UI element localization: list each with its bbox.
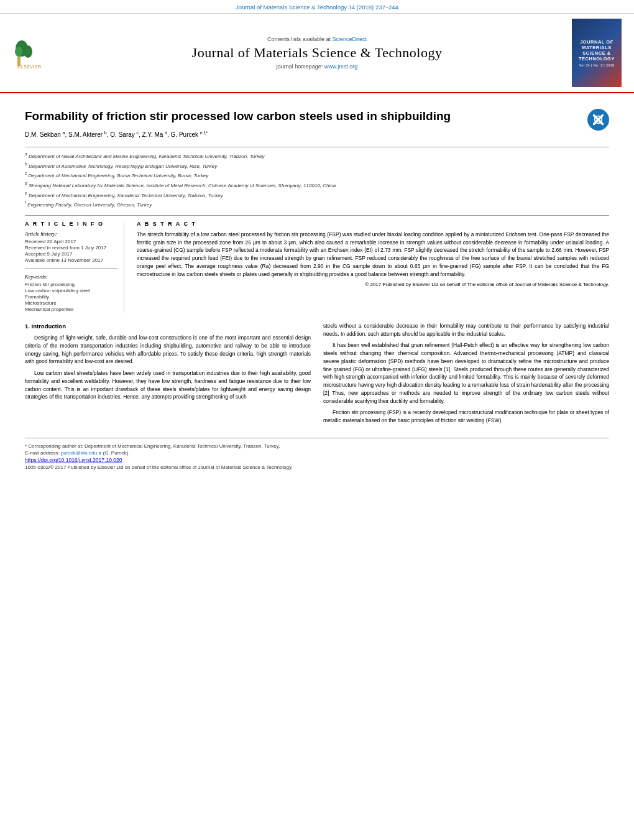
sciencedirect-link[interactable]: ScienceDirect: [333, 36, 367, 42]
info-divider: [25, 268, 117, 269]
crossmark-badge[interactable]: [587, 109, 609, 131]
footer: * Corresponding author at: Department of…: [25, 438, 609, 475]
article-info-column: A R T I C L E I N F O Article history: R…: [25, 221, 124, 313]
article-header: Formability of friction stir processed l…: [25, 103, 609, 147]
crossmark-icon[interactable]: [587, 109, 609, 131]
affiliations-block: a Department of Naval Architecture and M…: [25, 151, 609, 209]
affiliation-b: b Department of Automotive Technology, R…: [25, 161, 609, 170]
affiliation-d: d Shenyang National Laboratory for Mater…: [25, 180, 609, 190]
top-bar: Journal of Materials Science & Technolog…: [0, 0, 634, 14]
affiliation-e: e Department of Mechanical Engineering, …: [25, 190, 609, 200]
journal-cover-block: JOURNAL OFMATERIALSSCIENCE &TECHNOLOGY V…: [566, 19, 622, 87]
homepage-link[interactable]: www.jmst.org: [324, 63, 358, 70]
keyword-1: Friction stir processing: [25, 282, 117, 287]
body-right-column: steels without a considerable decrease i…: [323, 322, 609, 428]
intro-paragraph-4: It has been well established that grain …: [323, 341, 609, 405]
abstract-copyright: © 2017 Published by Elsevier Ltd on beha…: [137, 282, 609, 287]
intro-paragraph-3: steels without a considerable decrease i…: [323, 322, 609, 338]
affiliation-c: c Department of Mechanical Engineering, …: [25, 170, 609, 180]
available-online-date: Available online 13 November 2017: [25, 257, 117, 263]
svg-point-2: [24, 45, 32, 58]
intro-paragraph-2: Low carbon steel sheets/plates have been…: [25, 369, 311, 401]
keywords-label: Keywords:: [25, 274, 117, 280]
abstract-text: The stretch formability of a low carbon …: [137, 231, 609, 279]
contents-available-line: Contents lists available at ScienceDirec…: [267, 36, 367, 42]
svg-point-3: [15, 47, 22, 57]
keyword-4: Microstructure: [25, 300, 117, 306]
page: Journal of Materials Science & Technolog…: [0, 0, 634, 475]
doi-link-line: https://doi.org/10.1016/j.jmst.2017.10.0…: [25, 457, 609, 463]
article-info-heading: A R T I C L E I N F O: [25, 221, 117, 227]
accepted-date: Accepted 5 July 2017: [25, 251, 117, 257]
body-two-column: 1. Introduction Designing of light-weigh…: [25, 322, 609, 428]
email-note: E-mail address: purcek@ktu.edu.tr (G. Pu…: [25, 450, 609, 456]
elsevier-logo-block: ELSEVIER: [12, 19, 68, 87]
main-content: Formability of friction stir processed l…: [0, 93, 634, 438]
doi-link[interactable]: https://doi.org/10.1016/j.jmst.2017.10.0…: [25, 457, 122, 463]
intro-paragraph-5: Friction stir processing (FSP) is a rece…: [323, 408, 609, 425]
corresponding-author-note: * Corresponding author at: Department of…: [25, 443, 609, 449]
journal-reference-link[interactable]: Journal of Materials Science & Technolog…: [236, 4, 398, 11]
article-info-abstract-section: A R T I C L E I N F O Article history: R…: [25, 215, 609, 313]
copyright-line: 1005-0302/© 2017 Published by Elsevier L…: [25, 464, 609, 470]
received-revised-date: Received in revised form 1 July 2017: [25, 245, 117, 251]
article-history-label: Article history:: [25, 231, 117, 237]
affiliation-f: f Engineering Faculty, Giresun Universit…: [25, 200, 609, 209]
keyword-5: Mechanical properties: [25, 307, 117, 312]
journal-cover-image: JOURNAL OFMATERIALSSCIENCE &TECHNOLOGY V…: [572, 19, 622, 87]
keyword-2: Low carbon shipbuilding steel: [25, 288, 117, 293]
affiliation-a: a Department of Naval Architecture and M…: [25, 151, 609, 160]
elsevier-logo-icon: ELSEVIER: [14, 36, 67, 70]
section-1-heading: 1. Introduction: [25, 322, 311, 331]
cover-title: JOURNAL OFMATERIALSSCIENCE &TECHNOLOGY: [579, 39, 615, 62]
received-date: Received 20 April 2017: [25, 239, 117, 244]
email-link[interactable]: purcek@ktu.edu.tr: [61, 450, 101, 456]
article-authors: D.M. Sekban a, S.M. Akterer b, O. Saray …: [25, 131, 581, 138]
journal-header: ELSEVIER Contents lists available at Sci…: [0, 14, 634, 93]
article-title-block: Formability of friction stir processed l…: [25, 109, 581, 142]
svg-text:ELSEVIER: ELSEVIER: [17, 65, 42, 69]
journal-title: Journal of Materials Science & Technolog…: [192, 45, 443, 61]
keyword-3: Formability: [25, 294, 117, 300]
abstract-heading: A B S T R A C T: [137, 221, 609, 227]
cover-volume: Vol 34 | No. 2 | 2018: [579, 63, 615, 67]
body-left-column: 1. Introduction Designing of light-weigh…: [25, 322, 311, 428]
body-content: 1. Introduction Designing of light-weigh…: [25, 322, 609, 428]
journal-header-center: Contents lists available at ScienceDirec…: [75, 19, 559, 87]
intro-paragraph-1: Designing of light-weight, safe, durable…: [25, 334, 311, 366]
article-title: Formability of friction stir processed l…: [25, 109, 581, 124]
abstract-column: A B S T R A C T The stretch formability …: [137, 221, 609, 313]
homepage-line: journal homepage: www.jmst.org: [277, 63, 358, 70]
